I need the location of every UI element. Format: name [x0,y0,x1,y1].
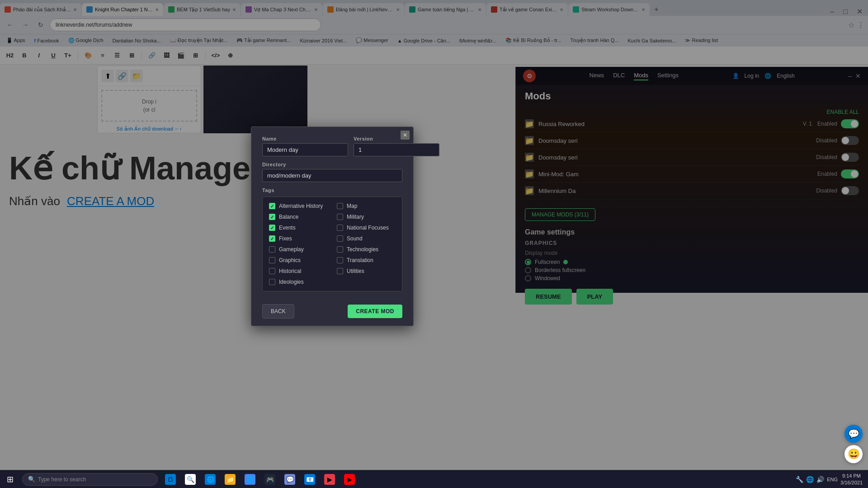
taskbar-app-discord[interactable]: 💬 [281,470,299,488]
directory-label: Directory [262,162,402,167]
tag-translation[interactable]: Translation [337,256,396,265]
checkbox-alternative-history[interactable] [269,203,275,209]
tray-datetime[interactable]: 9:14 PM 3/16/2021 [840,473,863,486]
chrome-app-icon: 🌐 [245,474,255,485]
emoji-badge[interactable]: 😀 [844,445,863,463]
media-app-icon: ▶ [324,474,335,485]
tag-label-ideologies: Ideologies [279,279,304,285]
tag-label-graphics: Graphics [279,257,301,263]
taskbar-app-steam[interactable]: 🎮 [261,470,279,488]
name-label: Name [262,136,348,141]
taskbar-app-browser[interactable]: 🌐 [201,470,219,488]
version-label: Version [354,136,439,141]
name-field-container: Name [262,136,348,156]
tray-icon-2: 🌐 [806,476,814,483]
create-mod-dialog: ✕ Name Version Directory Tags [251,127,414,326]
tag-balance[interactable]: Balance [269,212,328,221]
taskbar-app-files[interactable]: 📁 [221,470,239,488]
tags-section: Tags Alternative History Map Balance [262,188,402,291]
tag-label-events: Events [279,225,296,231]
tag-label-fixes: Fixes [279,235,292,242]
tag-label-map: Map [347,203,357,209]
taskbar-search-box[interactable]: 🔍 Type here to search [22,473,158,486]
tray-icon-3: 🔊 [816,476,824,483]
tag-technologies[interactable]: Technologies [337,245,396,254]
version-field-container: Version [354,136,439,156]
tag-label-military: Military [347,214,364,220]
files-app-icon: 📁 [225,474,236,485]
tag-label-balance: Balance [279,214,298,220]
checkbox-balance[interactable] [269,214,275,220]
discord-app-icon: 💬 [284,474,295,485]
windows-icon: 🗋 [165,474,176,485]
checkbox-historical[interactable] [269,268,275,274]
modal-body: Name Version Directory Tags Alternative … [251,127,413,299]
chat-badge[interactable]: 💬 [844,425,863,443]
checkbox-utilities[interactable] [337,268,343,274]
tag-ideologies[interactable]: Ideologies [269,277,328,286]
tag-label-technologies: Technologies [347,246,378,253]
directory-input[interactable] [262,169,402,182]
modal-overlay [0,0,868,488]
tag-graphics[interactable]: Graphics [269,256,328,265]
mail-app-icon: 📧 [304,474,315,485]
create-mod-button[interactable]: CREATE MOD [348,305,402,318]
modal-close-button[interactable]: ✕ [401,131,410,140]
modal-footer: BACK CREATE MOD [251,299,413,326]
tag-label-historical: Historical [279,268,301,274]
checkbox-national-focuses[interactable] [337,225,343,231]
taskbar-app-tray: 🗋 🔍 🌐 📁 🌐 🎮 💬 📧 ▶ ▶ [161,470,790,488]
taskbar-system-tray: 🔧 🌐 🔊 ENG 9:14 PM 3/16/2021 [790,473,868,486]
checkbox-sound[interactable] [337,235,343,242]
steam-app-icon: 🎮 [264,474,275,485]
name-version-row: Name Version [262,136,402,156]
checkbox-translation[interactable] [337,257,343,263]
tray-icon-1: 🔧 [796,476,803,483]
tag-military[interactable]: Military [337,212,396,221]
tag-fixes[interactable]: Fixes [269,234,328,243]
checkbox-graphics[interactable] [269,257,275,263]
tag-label-sound: Sound [347,235,363,242]
taskbar-app-media[interactable]: ▶ [321,470,339,488]
taskbar-app-windows[interactable]: 🗋 [161,470,179,488]
tag-events[interactable]: Events [269,223,328,232]
version-input[interactable] [354,143,439,156]
tag-gameplay[interactable]: Gameplay [269,245,328,254]
tag-map[interactable]: Map [337,202,396,211]
checkbox-map[interactable] [337,203,343,209]
start-button[interactable]: ⊞ [0,470,20,488]
tag-label-translation: Translation [347,257,373,263]
tag-utilities[interactable]: Utilities [337,267,396,276]
search-app-icon: 🔍 [185,474,196,485]
tags-grid: Alternative History Map Balance Military… [262,197,402,291]
taskbar-app-youtube[interactable]: ▶ [340,470,359,488]
taskbar-app-mail[interactable]: 📧 [301,470,319,488]
taskbar-app-search[interactable]: 🔍 [181,470,199,488]
directory-field-container: Directory [262,162,402,182]
checkbox-gameplay[interactable] [269,246,275,253]
back-button[interactable]: BACK [262,304,294,319]
tag-historical[interactable]: Historical [269,267,328,276]
checkbox-technologies[interactable] [337,246,343,253]
tag-label-utilities: Utilities [347,268,364,274]
browser-app-icon: 🌐 [205,474,216,485]
tag-alternative-history[interactable]: Alternative History [269,202,328,211]
tag-label-gameplay: Gameplay [279,246,304,253]
tray-layout: ENG [827,477,838,482]
tags-label: Tags [262,188,402,193]
taskbar: ⊞ 🔍 Type here to search 🗋 🔍 🌐 📁 🌐 🎮 💬 📧 [0,470,868,488]
tag-national-focuses[interactable]: National Focuses [337,223,396,232]
search-icon: 🔍 [28,476,35,483]
search-placeholder: Type here to search [38,476,86,483]
tag-sound[interactable]: Sound [337,234,396,243]
checkbox-fixes[interactable] [269,235,275,242]
checkbox-events[interactable] [269,225,275,231]
tray-time: 9:14 PM [842,473,861,479]
checkbox-military[interactable] [337,214,343,220]
tag-label-alternative-history: Alternative History [279,203,323,209]
tag-label-national-focuses: National Focuses [347,225,389,231]
taskbar-app-chrome[interactable]: 🌐 [241,470,259,488]
tray-date: 3/16/2021 [840,479,863,486]
checkbox-ideologies[interactable] [269,279,275,285]
name-input[interactable] [262,143,348,156]
